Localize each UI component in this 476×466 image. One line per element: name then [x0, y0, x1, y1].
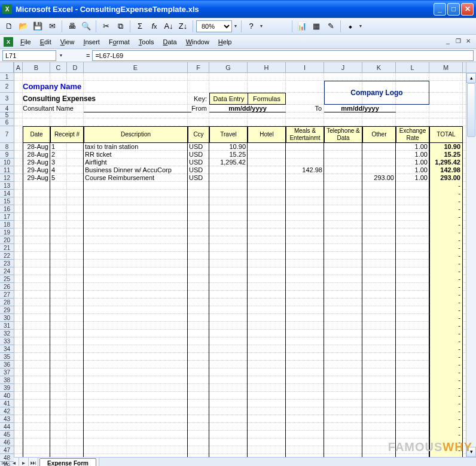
cell-ccy[interactable]: USD	[188, 143, 209, 151]
cell-ccy[interactable]: USD	[188, 166, 209, 174]
row-header-5[interactable]: 5	[0, 112, 14, 118]
column-header-K[interactable]: K	[362, 62, 396, 72]
cell-ccy[interactable]: USD	[188, 174, 209, 182]
cell-date[interactable]: 29-Aug	[23, 174, 50, 182]
column-header-F[interactable]: F	[188, 62, 209, 72]
zoom-dropdown-icon[interactable]: ▾	[233, 23, 238, 29]
name-box[interactable]	[2, 50, 56, 61]
print-preview-icon[interactable]: 🔍	[80, 20, 93, 33]
save-icon[interactable]: 💾	[31, 20, 44, 33]
pivot-icon[interactable]: ▦	[310, 20, 323, 33]
sheet-tab-expense-form[interactable]: Expense Form	[39, 458, 96, 467]
row-header-17[interactable]: 17	[0, 213, 14, 221]
row-header-28[interactable]: 28	[0, 299, 14, 306]
autosum-icon[interactable]: Σ	[133, 20, 147, 33]
sort-desc-icon[interactable]: Z↓	[176, 20, 190, 33]
cell-rate[interactable]: 1.00	[396, 151, 429, 159]
row-header-11[interactable]: 11	[0, 166, 14, 174]
row-header-42[interactable]: 42	[0, 407, 14, 415]
row-header-2[interactable]: 2	[0, 81, 14, 93]
column-header-D[interactable]: D	[67, 62, 84, 72]
row-header-31[interactable]: 31	[0, 322, 14, 330]
row-header-6[interactable]: 6	[0, 118, 14, 126]
row-header-34[interactable]: 34	[0, 345, 14, 353]
row-header-10[interactable]: 10	[0, 159, 14, 166]
row-header-41[interactable]: 41	[0, 400, 14, 407]
open-icon[interactable]: 📂	[17, 20, 30, 33]
zoom-combo[interactable]: 80%	[196, 20, 232, 32]
from-date-field[interactable]: mm/dd/yyyy	[209, 105, 286, 112]
row-header-26[interactable]: 26	[0, 283, 14, 291]
cell-travel[interactable]: 10.90	[209, 143, 248, 151]
namebox-dropdown-icon[interactable]: ▾	[59, 53, 63, 58]
column-header-B[interactable]: B	[23, 62, 50, 72]
cell-date[interactable]: 28-Aug	[23, 143, 50, 151]
row-header-32[interactable]: 32	[0, 330, 14, 337]
cell-description[interactable]: taxi to train station	[84, 143, 188, 151]
horizontal-scroll-stub[interactable]	[99, 458, 476, 466]
column-header-I[interactable]: I	[286, 62, 324, 72]
sheet-nav-next-icon[interactable]: ▸	[19, 458, 29, 466]
cell-meals[interactable]: 142.98	[286, 166, 324, 174]
cell-rate[interactable]: 1.00	[396, 159, 429, 166]
cell-description[interactable]: Course Reimbursement	[84, 174, 188, 182]
row-header-44[interactable]: 44	[0, 423, 14, 431]
column-header-J[interactable]: J	[324, 62, 362, 72]
row-header-30[interactable]: 30	[0, 314, 14, 322]
row-header-12[interactable]: 12	[0, 174, 14, 182]
menu-edit[interactable]: Edit	[36, 37, 56, 47]
row-header-13[interactable]: 13	[0, 182, 14, 190]
column-header-L[interactable]: L	[396, 62, 429, 72]
row-header-1[interactable]: 1	[0, 73, 14, 81]
row-header-15[interactable]: 15	[0, 197, 14, 205]
copy-icon[interactable]: ⧉	[114, 20, 127, 33]
row-header-43[interactable]: 43	[0, 415, 14, 423]
menu-file[interactable]: File	[16, 37, 35, 47]
cell-date[interactable]: 29-Aug	[23, 166, 50, 174]
sheet-nav-first-icon[interactable]: ⏮	[0, 458, 10, 466]
cell-description[interactable]: Business Dinner w/ AccuCorp	[84, 166, 188, 174]
chart-wizard-icon[interactable]: 📊	[295, 20, 309, 33]
row-header-35[interactable]: 35	[0, 353, 14, 361]
cell-receipt[interactable]: 2	[50, 151, 84, 159]
cell-date[interactable]: 28-Aug	[23, 151, 50, 159]
cell-rate[interactable]: 1.00	[396, 166, 429, 174]
email-icon[interactable]: ✉	[45, 20, 59, 33]
cell-other[interactable]: 293.00	[362, 174, 396, 182]
row-header-14[interactable]: 14	[0, 190, 14, 197]
close-button[interactable]: ✕	[461, 3, 474, 16]
hyperlink-icon[interactable]: ⬥	[344, 20, 357, 33]
row-header-39[interactable]: 39	[0, 384, 14, 392]
row-header-25[interactable]: 25	[0, 275, 14, 283]
row-header-47[interactable]: 47	[0, 446, 14, 454]
column-header-M[interactable]: M	[429, 62, 463, 72]
cell-ccy[interactable]: USD	[188, 159, 209, 166]
new-icon[interactable]: 🗋	[2, 20, 16, 33]
row-header-24[interactable]: 24	[0, 267, 14, 275]
row-header-20[interactable]: 20	[0, 236, 14, 244]
cell-travel[interactable]: 1,295.42	[209, 159, 248, 166]
column-header-G[interactable]: G	[209, 62, 248, 72]
cell-rate[interactable]: 1.00	[396, 143, 429, 151]
row-header-45[interactable]: 45	[0, 431, 14, 438]
select-all-corner[interactable]	[0, 62, 14, 73]
row-header-27[interactable]: 27	[0, 291, 14, 299]
cell-date[interactable]: 29-Aug	[23, 159, 50, 166]
menu-window[interactable]: Window	[182, 37, 213, 47]
menu-insert[interactable]: Insert	[79, 37, 104, 47]
row-header-3[interactable]: 3	[0, 93, 14, 105]
mdi-minimize-icon[interactable]: _	[444, 38, 452, 46]
cell-receipt[interactable]: 5	[50, 174, 84, 182]
menu-tools[interactable]: Tools	[135, 37, 158, 47]
row-header-36[interactable]: 36	[0, 361, 14, 368]
row-header-19[interactable]: 19	[0, 229, 14, 236]
cell-rate[interactable]: 1.00	[396, 174, 429, 182]
row-header-7[interactable]: 7	[0, 126, 14, 143]
cell-receipt[interactable]: 4	[50, 166, 84, 174]
menu-format[interactable]: Format	[105, 37, 134, 47]
formula-input[interactable]	[92, 50, 474, 61]
minimize-button[interactable]: _	[434, 3, 446, 16]
more-dropdown-icon[interactable]: ▾	[358, 23, 363, 29]
to-date-field[interactable]: mm/dd/yyyy	[324, 105, 396, 112]
print-icon[interactable]: 🖶	[65, 20, 78, 33]
